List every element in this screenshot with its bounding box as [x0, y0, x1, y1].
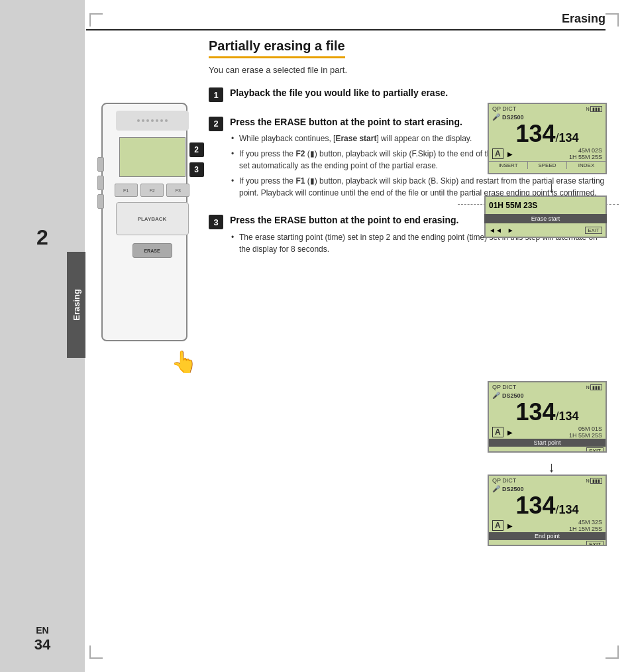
lcd3-exit-btn[interactable]: EXIT [586, 447, 604, 453]
lcd1-btn-insert: INSERT [489, 162, 528, 169]
lcd1-a-row: A ▶ 45M 02S 1H 55M 25S [489, 147, 606, 160]
lcd1-current: 134 [515, 122, 555, 146]
sidebar-tab-label: Erasing [72, 289, 81, 321]
lcd4-mode: QP DICT [492, 477, 516, 484]
lcd1-model: DS2500 [502, 114, 524, 121]
lcd1-folder: A [492, 148, 503, 159]
side-btn-3[interactable] [97, 194, 104, 209]
device-speaker [116, 111, 189, 131]
step-2-number: 2 [209, 117, 223, 131]
prev-btn[interactable]: ◄◄ [489, 227, 502, 234]
header-line [86, 29, 606, 30]
side-btn-1[interactable] [97, 157, 104, 172]
sidebar: 2 Erasing EN 34 [0, 0, 85, 672]
lcd3-time: 05M 01S 1H 55M 25S [517, 425, 602, 439]
lcd-screen-4: QP DICT Ni▮▮▮ 🎤 DS2500 134/134 A ▶ 45M 3… [488, 475, 607, 546]
lcd4-model: DS2500 [502, 486, 524, 492]
lcd3-mode: QP DICT [492, 384, 516, 390]
lcd4-play-icon: ▶ [507, 522, 513, 530]
side-btn-2[interactable] [97, 176, 104, 190]
erase-start-label: Erase start [484, 214, 607, 223]
lcd3-start-point-label: Start point [489, 439, 606, 447]
lcd3-top-bar: QP DICT Ni▮▮▮ [489, 382, 606, 392]
lcd-display-1: QP DICT Ni▮▮▮ 🎤 DS2500 134/134 A ▶ 45M 0… [488, 103, 607, 174]
dashed-left [458, 204, 486, 205]
section-title: Partially erasing a file [209, 38, 345, 58]
lcd1-play-icon: ▶ [507, 150, 513, 158]
device-f-buttons: F1 F2 F3 [115, 184, 190, 198]
lcd3-folder: A [492, 427, 503, 437]
lcd3-mic-icon: 🎤 [492, 392, 500, 399]
step-3-number: 3 [209, 215, 223, 229]
lcd-display-4: QP DICT Ni▮▮▮ 🎤 DS2500 134/134 A ▶ 45M 3… [488, 475, 607, 546]
lcd1-btn-index: INDEX [567, 162, 606, 169]
lcd4-total: 134 [559, 504, 579, 516]
lcd1-track-number: 134/134 [489, 121, 606, 147]
lcd3-exit-area: EXIT [489, 447, 606, 453]
lcd4-folder: A [492, 520, 503, 531]
lcd4-time: 45M 32S 1H 15M 25S [517, 519, 602, 532]
erase-button[interactable]: ERASE [132, 243, 172, 258]
f3-button[interactable]: F3 [166, 184, 189, 197]
lcd1-mic-icon: 🎤 [492, 113, 500, 121]
lcd-erase-start: 01H 55M 23S Erase start ◄◄ ► EXIT [484, 196, 607, 238]
erase-start-time: 01H 55M 23S [489, 201, 537, 210]
lcd-screen-1: QP DICT Ni▮▮▮ 🎤 DS2500 134/134 A ▶ 45M 0… [488, 103, 607, 174]
step-1: 1 Playback the file you would like to pa… [209, 87, 606, 104]
lcd3-a-row: A ▶ 05M 01S 1H 55M 25S [489, 425, 606, 439]
corner-top-left [89, 13, 103, 27]
lcd4-end-point-label: End point [489, 532, 606, 540]
step-1-heading: Playback the file you would like to part… [230, 87, 606, 100]
erase-start-controls: ◄◄ ► EXIT [484, 223, 607, 238]
lcd4-exit-area: EXIT [489, 540, 606, 546]
lcd1-battery: Ni▮▮▮ [586, 105, 602, 112]
playback-control[interactable]: PLAYBACK [116, 202, 189, 235]
page-title: Erasing [562, 12, 606, 26]
lcd4-top-bar: QP DICT Ni▮▮▮ [489, 476, 606, 485]
lcd1-bottom-bar: INSERT SPEED INDEX [489, 161, 606, 169]
lcd3-battery: Ni▮▮▮ [586, 384, 602, 390]
lcd3-total: 134 [559, 410, 579, 422]
lcd1-time: 45M 02S 1H 55M 25S [517, 147, 602, 160]
sidebar-tab: Erasing [67, 252, 85, 358]
dashed-right [606, 204, 619, 205]
intro-text: You can erase a selected file in part. [209, 65, 606, 75]
device-step-marker-3: 3 [189, 162, 204, 177]
lcd1-total: 134 [559, 132, 579, 144]
lcd4-battery: Ni▮▮▮ [586, 477, 602, 484]
corner-bottom-left [89, 645, 103, 659]
f2-button[interactable]: F2 [140, 184, 164, 197]
side-buttons [97, 157, 105, 210]
step-1-number: 1 [209, 87, 223, 102]
f1-button[interactable]: F1 [115, 184, 138, 197]
erase-start-screen: 01H 55M 23S [484, 196, 607, 214]
lcd4-current: 134 [515, 494, 555, 518]
page-number: 34 [0, 636, 85, 653]
lcd1-btn-speed: SPEED [528, 162, 567, 169]
lcd3-model: DS2500 [502, 392, 524, 399]
device-illustration: 2 3 F1 F2 F3 [89, 103, 205, 381]
lcd3-track-number: 134/134 [489, 399, 606, 425]
lcd-screen-3: QP DICT Ni▮▮▮ 🎤 DS2500 134/134 A ▶ 05M 0… [488, 381, 607, 453]
lcd4-track-number: 134/134 [489, 492, 606, 519]
lcd4-a-row: A ▶ 45M 32S 1H 15M 25S [489, 519, 606, 532]
step-1-content: Playback the file you would like to part… [230, 87, 606, 104]
arrow-3-to-4: ↓ [548, 459, 555, 476]
device-step-marker-2: 2 [189, 142, 204, 157]
arrow-1-to-2: ↓ [548, 179, 555, 196]
device-screen [119, 137, 185, 177]
corner-bottom-right [606, 645, 619, 659]
lcd1-top-bar: QP DICT Ni▮▮▮ [489, 104, 606, 113]
chapter-number: 2 [36, 225, 48, 250]
corner-top-right [606, 13, 619, 27]
exit-btn[interactable]: EXIT [585, 227, 602, 234]
hand-cursor-icon: 👆 [171, 349, 197, 374]
lcd1-mode: QP DICT [492, 105, 516, 112]
device-body-container: 2 3 F1 F2 F3 [95, 103, 201, 361]
play-btn[interactable]: ► [507, 227, 514, 234]
lcd3-current: 134 [515, 400, 555, 424]
lcd-display-3: QP DICT Ni▮▮▮ 🎤 DS2500 134/134 A ▶ 05M 0… [488, 381, 607, 453]
lcd4-exit-btn[interactable]: EXIT [586, 541, 604, 546]
language-label: EN [36, 625, 48, 636]
lcd4-mic-icon: 🎤 [492, 485, 500, 492]
